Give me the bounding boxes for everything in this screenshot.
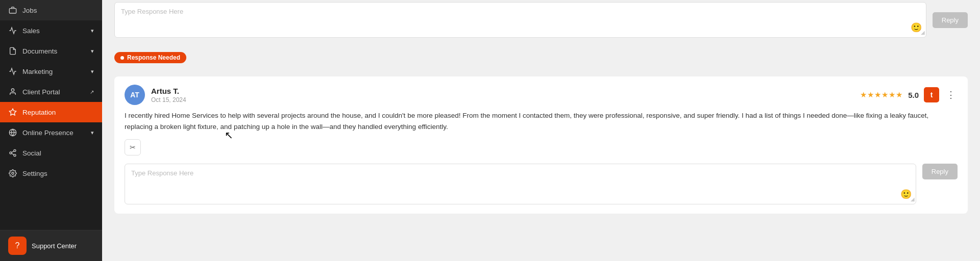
sidebar-item-jobs[interactable]: Jobs	[0, 0, 102, 20]
sidebar-item-social[interactable]: Social	[0, 143, 102, 163]
chevron-down-icon: ▾	[91, 28, 94, 34]
support-label: Support Center	[32, 242, 77, 250]
bottom-reply-button[interactable]: Reply	[922, 164, 958, 179]
svg-point-7	[14, 154, 16, 156]
review-body: I recently hired Home Services to help w…	[114, 110, 968, 139]
documents-icon	[8, 46, 17, 56]
external-link-icon: ↗	[90, 89, 94, 95]
sidebar-item-online-presence[interactable]: Online Presence ▾	[0, 122, 102, 143]
sales-icon	[8, 26, 17, 35]
review-tools: ✂	[114, 139, 968, 161]
review-header: AT Artus T. Oct 15, 2024 ★★★★★★ 5.0 t ⋮	[114, 76, 968, 110]
reviewer-date: Oct 15, 2024	[151, 96, 854, 103]
sidebar-item-label: Marketing	[22, 68, 53, 75]
emoji-icon-bottom[interactable]: 🙂	[900, 189, 912, 200]
svg-point-6	[10, 152, 12, 154]
marketing-icon	[8, 67, 17, 76]
sidebar-item-label: Sales	[22, 27, 40, 35]
sidebar-item-label: Reputation	[22, 109, 56, 116]
online-presence-icon	[8, 128, 17, 137]
sidebar: Jobs Sales ▾ Documents ▾ Marketing ▾ Cli…	[0, 0, 102, 261]
client-portal-icon	[8, 87, 17, 96]
sidebar-item-label: Settings	[22, 170, 47, 177]
scissors-tool-button[interactable]: ✂	[125, 139, 141, 155]
platform-icon: t	[924, 87, 939, 102]
more-options-button[interactable]: ⋮	[944, 89, 958, 100]
review-card: AT Artus T. Oct 15, 2024 ★★★★★★ 5.0 t ⋮ …	[114, 76, 968, 214]
reviewer-name: Artus T.	[151, 87, 854, 95]
sidebar-item-marketing[interactable]: Marketing ▾	[0, 61, 102, 82]
chevron-down-icon: ▾	[91, 48, 94, 55]
sidebar-item-label: Online Presence	[22, 129, 74, 137]
resize-corner-icon-bottom: ◢	[911, 196, 915, 202]
sidebar-item-label: Social	[22, 149, 41, 157]
sidebar-item-label: Jobs	[22, 7, 37, 14]
emoji-icon[interactable]: 🙂	[911, 22, 922, 33]
svg-point-10	[12, 172, 14, 174]
svg-rect-0	[9, 9, 16, 13]
badge-label: Response Needed	[127, 54, 180, 61]
star-rating: ★★★★★★	[860, 90, 903, 99]
reputation-icon	[8, 108, 17, 117]
chevron-down-icon: ▾	[91, 68, 94, 75]
svg-line-9	[12, 151, 14, 152]
chevron-down-icon: ▾	[91, 129, 94, 136]
svg-marker-2	[9, 109, 16, 115]
sidebar-item-label: Documents	[22, 47, 57, 55]
sidebar-item-sales[interactable]: Sales ▾	[0, 20, 102, 41]
sidebar-item-documents[interactable]: Documents ▾	[0, 41, 102, 61]
svg-point-1	[11, 89, 14, 91]
top-reply-button[interactable]: Reply	[933, 12, 968, 28]
sidebar-item-label: Client Portal	[22, 88, 60, 96]
bottom-reply-placeholder: Type Response Here	[131, 169, 910, 177]
response-needed-badge: Response Needed	[114, 52, 186, 63]
resize-corner-icon: ◢	[921, 30, 925, 35]
social-icon	[8, 148, 17, 158]
sidebar-item-settings[interactable]: Settings	[0, 163, 102, 184]
sidebar-item-client-portal[interactable]: Client Portal ↗	[0, 82, 102, 102]
top-reply-placeholder: Type Response Here	[121, 8, 920, 15]
review-meta: ★★★★★★ 5.0 t ⋮	[860, 87, 958, 102]
avatar: AT	[125, 85, 145, 105]
settings-icon	[8, 169, 17, 178]
svg-line-8	[12, 153, 14, 155]
briefcase-icon	[8, 6, 17, 15]
rating-number: 5.0	[908, 91, 919, 99]
support-center-button[interactable]: ? Support Center	[0, 230, 102, 261]
main-content: Type Response Here 🙂 ◢ Reply Response Ne…	[102, 0, 980, 261]
badge-dot	[120, 56, 124, 60]
sidebar-item-reputation[interactable]: Reputation	[0, 102, 102, 122]
svg-point-5	[14, 149, 16, 151]
support-icon: ?	[8, 237, 27, 255]
reviewer-info: Artus T. Oct 15, 2024	[151, 87, 854, 103]
